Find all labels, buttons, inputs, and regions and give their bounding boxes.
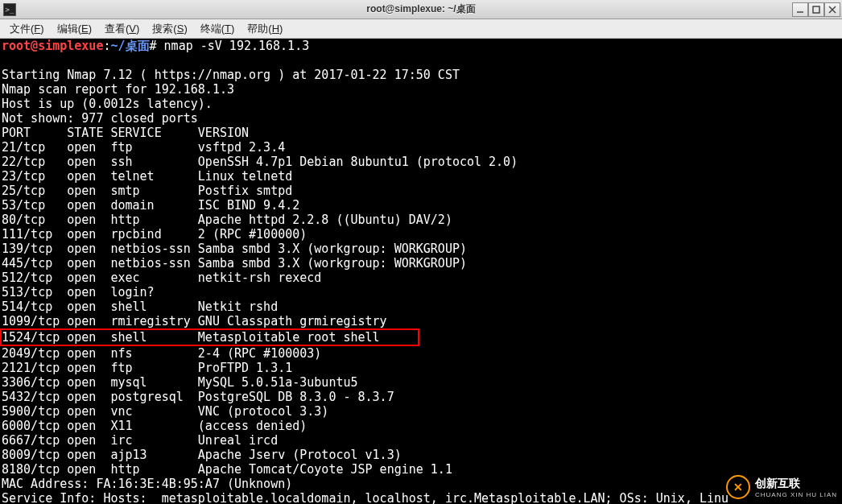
port-row: 5900/tcp open vnc VNC (protocol 3.3) — [2, 404, 328, 419]
port-row: 3306/tcp open mysql MySQL 5.0.51a-3ubunt… — [2, 375, 358, 390]
maximize-button[interactable] — [808, 2, 824, 17]
port-row: 512/tcp open exec netkit-rsh rexecd — [2, 271, 321, 285]
port-row: 2121/tcp open ftp ProFTPD 1.3.1 — [2, 361, 292, 375]
port-row: 111/tcp open rpcbind 2 (RPC #100000) — [2, 227, 307, 242]
port-row: 23/tcp open telnet Linux telnetd — [2, 169, 292, 184]
port-row: 80/tcp open http Apache httpd 2.2.8 ((Ub… — [2, 213, 452, 227]
port-row: 8180/tcp open http Apache Tomcat/Coyote … — [2, 462, 452, 477]
output-line: Not shown: 977 closed ports — [2, 111, 198, 126]
port-row: 2049/tcp open nfs 2-4 (RPC #100003) — [2, 346, 321, 361]
prompt-user-host: root@simplexue — [2, 39, 103, 53]
svg-rect-0 — [813, 6, 819, 13]
port-row: 53/tcp open domain ISC BIND 9.4.2 — [2, 198, 299, 213]
port-row: 445/tcp open netbios-ssn Samba smbd 3.X … — [2, 256, 467, 271]
port-row: 6000/tcp open X11 (access denied) — [2, 419, 307, 433]
window-title: root@simplexue: ~/桌面 — [366, 2, 475, 16]
output-header: PORT STATE SERVICE VERSION — [2, 126, 249, 140]
window-controls — [792, 2, 840, 17]
window-titlebar: >_ root@simplexue: ~/桌面 — [0, 0, 842, 19]
port-row: 6667/tcp open irc Unreal ircd — [2, 433, 278, 448]
port-row: 21/tcp open ftp vsftpd 2.3.4 — [2, 140, 285, 155]
minimize-button[interactable] — [792, 2, 808, 17]
menu-terminal[interactable]: 终端(T) — [194, 20, 241, 38]
output-line: Host is up (0.0012s latency). — [2, 97, 213, 111]
menubar: 文件(F) 编辑(E) 查看(V) 搜索(S) 终端(T) 帮助(H) — [0, 19, 842, 39]
port-row: 25/tcp open smtp Postfix smtpd — [2, 184, 292, 198]
prompt-symbol: # — [150, 39, 157, 53]
highlighted-port-row: 1524/tcp open shell Metasploitable root … — [0, 328, 419, 346]
menu-help[interactable]: 帮助(H) — [241, 20, 289, 38]
menu-file[interactable]: 文件(F) — [3, 20, 51, 38]
terminal-viewport[interactable]: root@simplexue:~/桌面# nmap -sV 192.168.1.… — [0, 39, 842, 504]
menu-view[interactable]: 查看(V) — [98, 20, 146, 38]
port-row: 8009/tcp open ajp13 Apache Jserv (Protoc… — [2, 448, 402, 462]
close-button[interactable] — [824, 2, 840, 17]
port-row: 5432/tcp open postgresql PostgreSQL DB 8… — [2, 390, 394, 404]
port-row: 22/tcp open ssh OpenSSH 4.7p1 Debian 8ub… — [2, 155, 518, 169]
port-row: 139/tcp open netbios-ssn Samba smbd 3.X … — [2, 242, 467, 256]
port-row: 514/tcp open shell Netkit rshd — [2, 300, 278, 314]
prompt-path: ~/桌面 — [110, 39, 149, 53]
output-service-info: Service Info: Hosts: metasploitable.loca… — [2, 491, 728, 504]
output-line: Nmap scan report for 192.168.1.3 — [2, 82, 234, 97]
port-row: 1099/tcp open rmiregistry GNU Classpath … — [2, 314, 387, 328]
output-mac: MAC Address: FA:16:3E:4B:95:A7 (Unknown) — [2, 477, 292, 491]
terminal-app-icon: >_ — [3, 3, 16, 16]
menu-edit[interactable]: 编辑(E) — [51, 20, 98, 38]
output-line: Starting Nmap 7.12 ( https://nmap.org ) … — [2, 68, 460, 82]
menu-search[interactable]: 搜索(S) — [146, 20, 193, 38]
port-row: 513/tcp open login? — [2, 285, 155, 300]
command-text: nmap -sV 192.168.1.3 — [157, 39, 310, 53]
